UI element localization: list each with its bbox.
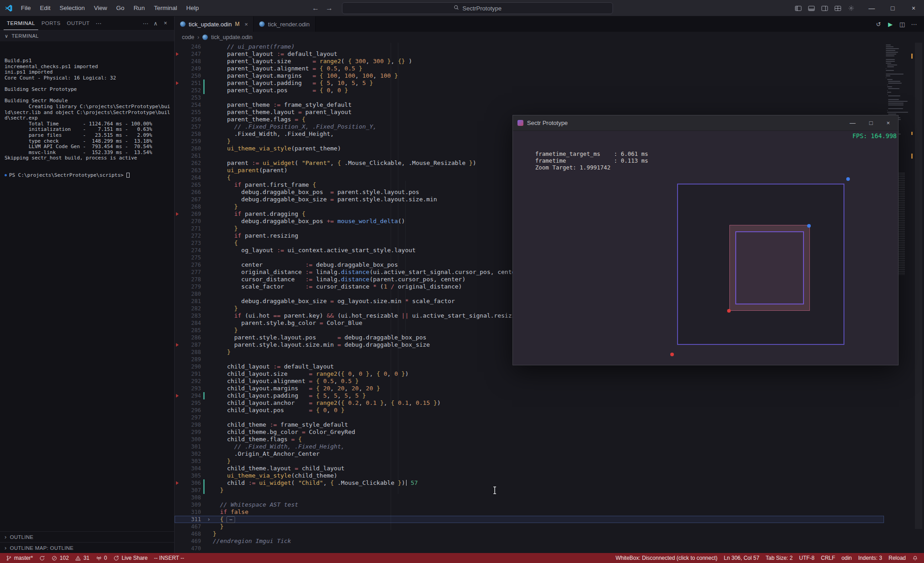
panel-tab-output[interactable]: OUTPUT <box>64 16 93 30</box>
app-close-button[interactable]: × <box>886 120 890 126</box>
panel-maximize-icon[interactable]: ∧ <box>151 20 161 27</box>
compare-changes-icon[interactable]: ↺ <box>873 21 884 28</box>
menu-edit[interactable]: Edit <box>35 0 55 16</box>
status-item-live-share[interactable]: Live Share <box>110 553 151 563</box>
gutter-margin[interactable] <box>175 494 181 501</box>
window-close-button[interactable]: × <box>903 0 924 16</box>
panel-actions-more-icon[interactable]: ⋯ <box>141 20 151 27</box>
gutter-margin[interactable] <box>175 312 181 319</box>
gutter-margin[interactable] <box>175 414 181 421</box>
terminal-section-header[interactable]: ∨ TERMINAL <box>0 30 174 41</box>
panel-tab-terminal[interactable]: TERMINAL <box>4 16 38 30</box>
gutter-margin[interactable] <box>175 196 181 203</box>
app-minimize-button[interactable]: — <box>850 120 856 126</box>
gutter-margin[interactable] <box>175 370 181 378</box>
gutter-margin[interactable] <box>175 261 181 269</box>
editor-more-actions-icon[interactable]: ⋯ <box>909 21 919 28</box>
panel-tab-ports[interactable]: PORTS <box>38 16 64 30</box>
gutter-margin[interactable] <box>175 428 181 436</box>
status-item-utf-8[interactable]: UTF-8 <box>796 553 818 563</box>
app-titlebar[interactable]: Sectr Prototype — □ × <box>513 115 898 131</box>
gutter-margin[interactable] <box>175 378 181 385</box>
menu-run[interactable]: Run <box>129 0 150 16</box>
gutter-margin[interactable] <box>175 436 181 443</box>
gutter-margin[interactable] <box>175 516 181 523</box>
outline-map-section[interactable]: › OUTLINE MAP: OUTLINE <box>0 542 174 553</box>
gutter-margin[interactable] <box>175 341 181 349</box>
gutter-margin[interactable] <box>175 80 181 87</box>
command-center-search[interactable]: SectrPrototype <box>342 2 613 14</box>
folded-code-icon[interactable]: ⋯ <box>226 516 235 523</box>
status-item-bell[interactable] <box>909 553 921 563</box>
gutter-margin[interactable] <box>175 465 181 472</box>
gutter-margin[interactable] <box>175 232 181 239</box>
gutter-margin[interactable] <box>175 392 181 399</box>
gutter-margin[interactable] <box>175 290 181 298</box>
status-item-sync[interactable] <box>36 553 48 563</box>
editor-tab-tick_update.odin[interactable]: tick_update.odinM× <box>175 16 254 32</box>
editor-tab-tick_render.odin[interactable]: tick_render.odin <box>254 16 316 32</box>
status-item-102[interactable]: 102 <box>48 553 72 563</box>
gutter-margin[interactable] <box>175 298 181 305</box>
gutter-margin[interactable] <box>175 101 181 109</box>
gutter-margin[interactable] <box>175 421 181 428</box>
gutter-margin[interactable] <box>175 87 181 94</box>
gutter-margin[interactable] <box>175 479 181 487</box>
gutter-margin[interactable] <box>175 94 181 101</box>
status-item-master[interactable]: master* <box>3 553 36 563</box>
gutter-margin[interactable] <box>175 501 181 508</box>
status-item-whitebox-disconnected-click-to-connect[interactable]: WhiteBox: Disconnected (click to connect… <box>613 553 721 563</box>
gutter-margin[interactable] <box>175 247 181 254</box>
tab-close-icon[interactable]: × <box>245 21 248 28</box>
gutter-margin[interactable] <box>175 159 181 167</box>
window-minimize-button[interactable]: — <box>861 0 882 16</box>
toggle-sidebar-icon[interactable] <box>792 0 805 16</box>
gutter-margin[interactable] <box>175 327 181 334</box>
status-item-indents-3[interactable]: Indents: 3 <box>855 553 885 563</box>
window-maximize-button[interactable]: □ <box>882 0 903 16</box>
gutter-margin[interactable] <box>175 443 181 450</box>
gutter-margin[interactable] <box>175 210 181 218</box>
gutter-margin[interactable] <box>175 458 181 465</box>
gutter-margin[interactable] <box>175 319 181 327</box>
gutter-margin[interactable] <box>175 239 181 247</box>
menu-terminal[interactable]: Terminal <box>149 0 181 16</box>
status-item-crlf[interactable]: CRLF <box>818 553 838 563</box>
gutter-margin[interactable] <box>175 218 181 225</box>
status-item-reload[interactable]: Reload <box>885 553 909 563</box>
status-item-odin[interactable]: odin <box>839 553 855 563</box>
menu-go[interactable]: Go <box>112 0 129 16</box>
settings-gear-icon[interactable] <box>844 0 858 16</box>
gutter-margin[interactable] <box>175 130 181 138</box>
gutter-margin[interactable] <box>175 65 181 72</box>
gutter-margin[interactable] <box>175 508 181 516</box>
gutter-margin[interactable] <box>175 538 181 545</box>
gutter-margin[interactable] <box>175 116 181 123</box>
breadcrumb-folder[interactable]: code <box>182 34 194 40</box>
history-forward-button[interactable]: → <box>326 4 333 12</box>
status-item-0[interactable]: 0 <box>93 553 110 563</box>
toggle-panel-icon[interactable] <box>805 0 818 16</box>
gutter-margin[interactable] <box>175 152 181 159</box>
status-item-ln-306-col-57[interactable]: Ln 306, Col 57 <box>721 553 763 563</box>
gutter-margin[interactable] <box>175 523 181 530</box>
gutter-margin[interactable] <box>175 72 181 80</box>
gutter-margin[interactable] <box>175 109 181 116</box>
gutter-margin[interactable] <box>175 349 181 356</box>
gutter-margin[interactable] <box>175 356 181 363</box>
app-maximize-button[interactable]: □ <box>869 120 873 126</box>
status-item-tab-size-2[interactable]: Tab Size: 2 <box>763 553 796 563</box>
menu-selection[interactable]: Selection <box>55 0 90 16</box>
split-editor-icon[interactable]: ◫ <box>897 21 908 28</box>
gutter-margin[interactable] <box>175 276 181 283</box>
app-viewport[interactable]: FPS: 164.998 frametime_target_ms : 6.061… <box>513 131 898 365</box>
gutter-margin[interactable] <box>175 181 181 189</box>
status-item-31[interactable]: 31 <box>72 553 92 563</box>
gutter-margin[interactable] <box>175 203 181 210</box>
fold-chevron-icon[interactable]: › <box>205 516 213 523</box>
gutter-margin[interactable] <box>175 399 181 407</box>
gutter-margin[interactable] <box>175 450 181 458</box>
menu-help[interactable]: Help <box>181 0 203 16</box>
history-back-button[interactable]: ← <box>312 4 319 12</box>
outline-section[interactable]: › OUTLINE <box>0 531 174 542</box>
